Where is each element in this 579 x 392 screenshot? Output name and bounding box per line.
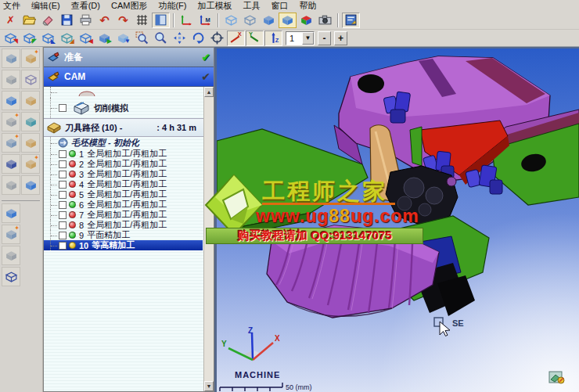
axis-y-button[interactable]: Y [246, 31, 264, 46]
view-axis-marker: ◀ [88, 38, 93, 45]
view-bottom-button[interactable]: ▼ [114, 31, 132, 46]
level-combo[interactable]: 1 ▼ [286, 31, 315, 45]
scroll-down-arrow-icon[interactable]: ▼ [204, 381, 214, 391]
cam-operation-button[interactable] [21, 133, 40, 153]
cam-operation-button[interactable]: ✦ [2, 133, 20, 153]
tree-item-operation-10[interactable]: 10 等高精加工 [44, 240, 203, 250]
tree-connector [50, 149, 58, 159]
menu-tools[interactable]: 工具 [243, 0, 260, 12]
status-dot-red [69, 221, 76, 228]
cam-operation-button[interactable] [21, 70, 40, 89]
app-window: 文件 编辑(E) 查看(D) CAM图形 功能(F) 加工模板 工具 窗口 帮助… [0, 0, 579, 392]
menu-help[interactable]: 帮助 [299, 0, 316, 12]
cam-operation-button[interactable] [2, 70, 20, 89]
cam-section-header[interactable]: CAM ✔ [44, 67, 214, 87]
cam-operation-button[interactable] [21, 91, 40, 110]
panel-toggle-button[interactable] [152, 13, 170, 28]
erase-button[interactable] [39, 13, 57, 28]
menu-view[interactable]: 查看(D) [71, 0, 100, 12]
tree-connector [50, 200, 58, 210]
view-right-button[interactable]: ▶ [95, 31, 113, 46]
combo-dropdown-arrow-icon[interactable]: ▼ [302, 32, 314, 45]
axis-z-button[interactable]: Z [264, 31, 282, 46]
cam-utility-button[interactable] [2, 267, 20, 286]
coordinate-triad: Z X Y [217, 326, 311, 373]
tree-item-cut-simulation[interactable]: 切削模拟 [44, 98, 214, 118]
pan-button[interactable] [171, 31, 189, 46]
editor-panel-button[interactable] [342, 13, 360, 28]
cam-operation-button[interactable]: ✦ [21, 49, 40, 68]
machine-csys-button[interactable]: M [196, 13, 214, 28]
cam-operation-button[interactable]: ✦ [21, 154, 40, 174]
print-button[interactable] [77, 13, 95, 28]
display-hidden-line-button[interactable] [241, 13, 259, 28]
center-view-button[interactable] [208, 31, 226, 46]
workplane-csys-button[interactable] [178, 13, 196, 28]
zoom-window-button[interactable] [133, 31, 151, 46]
menu-machining-template[interactable]: 加工模板 [197, 0, 232, 12]
menu-cam-graphics[interactable]: CAM图形 [111, 0, 147, 12]
cam-operation-button[interactable] [21, 175, 40, 195]
operation-checkbox[interactable] [59, 242, 67, 250]
operation-checkbox[interactable] [59, 221, 67, 229]
accent-star-icon: ✦ [34, 49, 39, 56]
snapshot-button[interactable] [316, 13, 334, 28]
menu-file[interactable]: 文件 [3, 0, 20, 12]
view-left-button[interactable]: ◀ [77, 31, 95, 46]
view-iso-button[interactable]: ◥ [2, 31, 20, 46]
cam-operation-button[interactable] [2, 175, 20, 195]
tree-item-stock-model[interactable]: 毛坯模型 - 初始化 [44, 137, 214, 149]
cam-operation-button[interactable] [2, 49, 20, 68]
menu-function[interactable]: 功能(F) [158, 0, 186, 12]
grid-button[interactable] [133, 13, 151, 28]
pick-cursor-label: SE [452, 318, 464, 328]
open-file-button[interactable] [20, 13, 38, 28]
delete-button[interactable]: ✗ [2, 13, 20, 28]
viewport-corner-tool-icon[interactable] [548, 370, 566, 386]
y-axis-icon: Y [248, 31, 261, 45]
view-top-button[interactable]: ◤ [20, 31, 38, 46]
menu-edit[interactable]: 编辑(E) [31, 0, 60, 12]
cam-operation-button[interactable] [2, 91, 20, 110]
cam-utility-button[interactable] [2, 203, 20, 223]
rotate-view-button[interactable] [189, 31, 207, 46]
level-increase-button[interactable]: + [334, 31, 347, 45]
cam-operation-button[interactable] [2, 154, 20, 174]
toolbar-separator [337, 13, 339, 27]
view-front-button[interactable]: ◣ [39, 31, 57, 46]
zoom-button[interactable] [152, 31, 170, 46]
toolpath-list-header[interactable]: 刀具路径 (10) - : 4 h 31 m [44, 118, 214, 137]
operation-checkbox[interactable] [59, 160, 67, 168]
editor-window-icon [344, 13, 358, 27]
operation-checkbox[interactable] [59, 171, 67, 178]
undo-button[interactable]: ↶ [95, 13, 113, 28]
cam-operation-button[interactable]: ✦ [2, 112, 20, 131]
cut-simulation-checkbox[interactable] [59, 104, 67, 112]
tree-connector [50, 98, 58, 118]
operation-checkbox[interactable] [59, 211, 67, 219]
display-shaded-edges-button[interactable] [279, 13, 297, 28]
level-decrease-button[interactable]: - [318, 31, 331, 45]
operation-checkbox[interactable] [59, 181, 67, 189]
watermark-banner: 购买教程请加 QQ:913147075 [206, 228, 423, 244]
display-color-faces-button[interactable] [297, 13, 315, 28]
cam-operation-button[interactable] [21, 112, 40, 131]
display-shaded-button[interactable] [260, 13, 278, 28]
save-button[interactable] [58, 13, 76, 28]
prepare-section-header[interactable]: 准备 ✔ [44, 48, 214, 67]
operation-checkbox[interactable] [59, 150, 67, 158]
operation-checkbox[interactable] [59, 201, 67, 209]
multicolor-cube-icon [300, 13, 313, 27]
display-wireframe-button[interactable] [222, 13, 240, 28]
scroll-up-arrow-icon[interactable]: ▲ [204, 87, 214, 97]
triad-z-label: Z [248, 326, 253, 335]
graphics-viewport[interactable]: 工程师之家 www.ug88ug.com 购买教程请加 QQ:913147075… [214, 47, 579, 392]
operation-checkbox[interactable] [59, 191, 67, 199]
redo-button[interactable]: ↷ [114, 13, 132, 28]
cam-utility-button[interactable]: ✦ [2, 225, 20, 244]
menu-window[interactable]: 窗口 [271, 0, 288, 12]
view-back-button[interactable]: ◢ [58, 31, 76, 46]
cam-utility-button[interactable] [2, 246, 20, 265]
axis-x-button[interactable]: X [227, 31, 245, 46]
operation-checkbox[interactable] [59, 232, 67, 239]
